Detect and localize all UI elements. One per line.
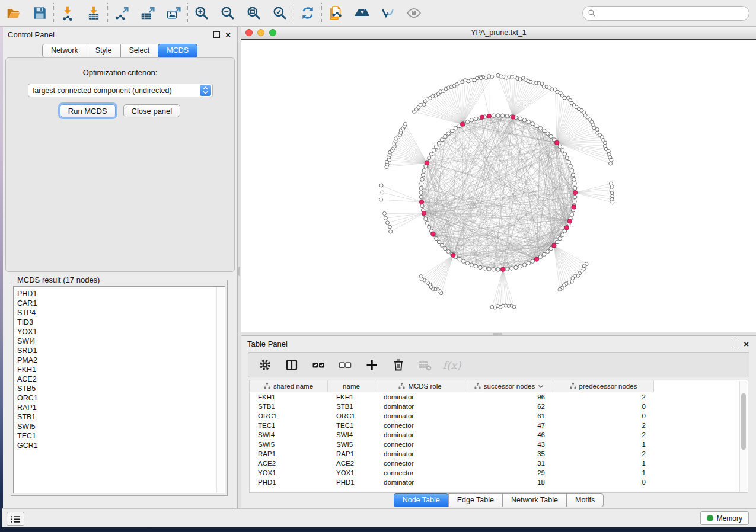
network-node[interactable]: [435, 145, 438, 148]
table-row[interactable]: SWI4SWI4dominator462: [250, 430, 748, 440]
vertical-splitter[interactable]: [237, 27, 241, 508]
run-mcds-button[interactable]: Run MCDS: [60, 104, 116, 117]
network-node[interactable]: [558, 236, 562, 240]
save-session-icon[interactable]: [31, 5, 48, 21]
network-node[interactable]: [444, 134, 447, 138]
mcds-node[interactable]: [572, 205, 576, 209]
network-node[interactable]: [603, 141, 607, 145]
network-node[interactable]: [419, 103, 422, 107]
table-row[interactable]: TEC1TEC1connector472: [250, 421, 748, 430]
network-node[interactable]: [424, 217, 428, 220]
memory-button[interactable]: Memory: [700, 511, 749, 525]
network-node[interactable]: [419, 195, 423, 198]
tab-mcds[interactable]: MCDS: [158, 44, 197, 57]
table-row[interactable]: FKH1FKH1dominator962: [250, 392, 748, 402]
network-window-titlebar[interactable]: YPA_prune.txt_1: [241, 27, 756, 39]
mcds-node[interactable]: [511, 115, 515, 119]
network-node[interactable]: [573, 195, 577, 198]
mcds-result-item[interactable]: GCR1: [17, 441, 225, 450]
network-node[interactable]: [570, 169, 573, 172]
network-node[interactable]: [450, 129, 454, 133]
tab-style[interactable]: Style: [87, 44, 121, 57]
network-node[interactable]: [565, 156, 569, 160]
network-node[interactable]: [569, 164, 572, 168]
network-node[interactable]: [505, 267, 509, 271]
network-node[interactable]: [490, 305, 494, 309]
network-node[interactable]: [404, 122, 407, 126]
network-node[interactable]: [419, 191, 423, 194]
tab-select[interactable]: Select: [120, 44, 159, 57]
column-header-MCDS-role[interactable]: MCDS role: [375, 380, 465, 392]
tab-edge-table[interactable]: Edge Table: [448, 493, 503, 507]
network-node[interactable]: [470, 118, 473, 122]
network-node[interactable]: [386, 221, 390, 225]
network-node[interactable]: [419, 275, 423, 278]
table-row[interactable]: PHD1PHD1dominator180: [250, 477, 748, 487]
tab-node-table[interactable]: Node Table: [394, 493, 449, 507]
network-node[interactable]: [464, 79, 467, 82]
close-window-icon[interactable]: ×: [225, 32, 231, 37]
zoom-in-icon[interactable]: [193, 5, 210, 21]
mcds-result-item[interactable]: YOX1: [17, 327, 225, 336]
style-visibility-icon[interactable]: [379, 5, 396, 21]
network-node[interactable]: [518, 264, 522, 268]
network-node[interactable]: [425, 221, 429, 225]
function-builder-icon[interactable]: f(x): [444, 357, 460, 373]
network-node[interactable]: [381, 191, 384, 194]
refresh-icon[interactable]: [299, 5, 316, 21]
network-node[interactable]: [379, 184, 383, 187]
mcds-node[interactable]: [501, 267, 505, 271]
mcds-node[interactable]: [552, 243, 556, 248]
show-columns-icon[interactable]: [283, 357, 300, 373]
network-node[interactable]: [479, 76, 483, 80]
mcds-node[interactable]: [567, 219, 572, 223]
network-node[interactable]: [576, 274, 580, 277]
table-settings-icon[interactable]: [257, 357, 273, 373]
mcds-node[interactable]: [419, 200, 423, 204]
network-node[interactable]: [446, 132, 450, 135]
criterion-select[interactable]: largest connected component (undirected): [28, 84, 213, 97]
network-node[interactable]: [437, 240, 441, 243]
network-node[interactable]: [419, 186, 423, 190]
column-header-successor-nodes[interactable]: successor nodes: [465, 380, 553, 392]
select-all-icon[interactable]: [310, 357, 327, 373]
network-node[interactable]: [446, 249, 450, 253]
network-node[interactable]: [465, 261, 469, 265]
network-node[interactable]: [531, 122, 534, 126]
network-node[interactable]: [474, 264, 478, 268]
mcds-result-item[interactable]: STB5: [17, 384, 225, 393]
network-node[interactable]: [492, 114, 495, 117]
network-node[interactable]: [429, 152, 433, 156]
network-node[interactable]: [432, 148, 435, 152]
network-node[interactable]: [571, 277, 575, 280]
network-node[interactable]: [527, 120, 530, 123]
network-node[interactable]: [563, 152, 566, 156]
network-node[interactable]: [496, 268, 500, 271]
network-node[interactable]: [492, 268, 495, 271]
mcds-node[interactable]: [422, 211, 426, 215]
mcds-list-scrollbar[interactable]: [216, 287, 224, 492]
mcds-result-item[interactable]: PHD1: [17, 289, 225, 299]
network-node[interactable]: [379, 198, 383, 201]
float-window-icon[interactable]: [732, 341, 738, 347]
network-node[interactable]: [560, 233, 564, 236]
mcds-result-item[interactable]: TID3: [17, 318, 225, 327]
network-node[interactable]: [549, 134, 553, 138]
mcds-node[interactable]: [425, 161, 429, 165]
table-row[interactable]: ORC1ORC1dominator610: [250, 411, 748, 421]
network-node[interactable]: [465, 120, 469, 123]
network-node[interactable]: [610, 198, 614, 201]
network-node[interactable]: [440, 138, 444, 142]
search-box[interactable]: [582, 6, 749, 21]
export-image-icon[interactable]: [165, 5, 182, 21]
zoom-fit-icon[interactable]: [245, 5, 262, 21]
network-node[interactable]: [483, 267, 486, 270]
network-node[interactable]: [388, 225, 392, 229]
mcds-result-item[interactable]: SRD1: [17, 346, 225, 355]
show-panels-list-button[interactable]: [7, 512, 24, 526]
network-node[interactable]: [558, 145, 562, 148]
mcds-result-item[interactable]: STP4: [17, 308, 225, 318]
table-scrollbar[interactable]: [739, 381, 747, 492]
mcds-result-item[interactable]: CAR1: [17, 299, 225, 308]
delete-table-icon[interactable]: [417, 357, 433, 373]
